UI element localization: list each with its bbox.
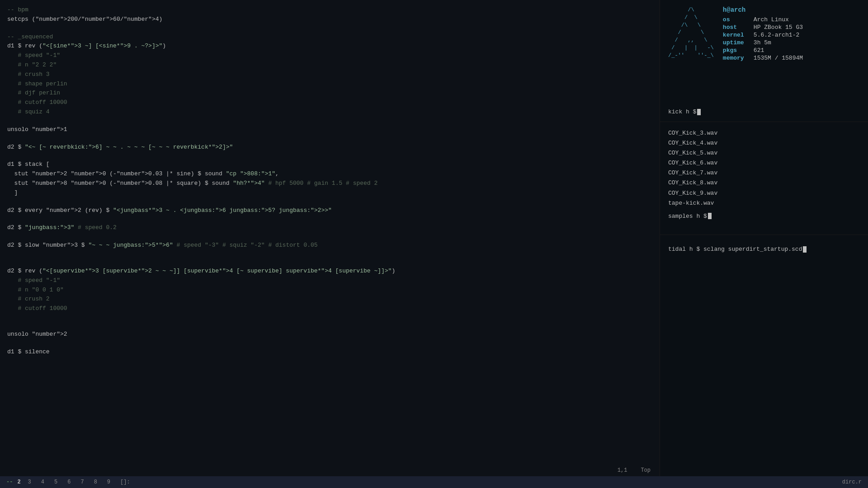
arch-logo: /\ / \ /\ \ / \ / ,, \ / | | -\ /_-'' ''… bbox=[668, 6, 714, 60]
sysinfo-key: memory bbox=[723, 55, 750, 61]
sysinfo-row: memory1535M / 15894M bbox=[723, 55, 860, 61]
sysinfo-row: osArch Linux bbox=[723, 16, 860, 23]
sysinfo-row: kernel5.6.2-arch1-2 bbox=[723, 32, 860, 38]
code-line: -- _sequenced bbox=[7, 33, 652, 42]
kick-cursor bbox=[697, 109, 701, 115]
left-panel[interactable]: -- bpmsetcps ("number">200/"number">60/"… bbox=[0, 0, 660, 476]
file-name: dirc.r bbox=[842, 479, 862, 485]
username: h@arch bbox=[723, 6, 860, 14]
tab-number-3[interactable]: 3 bbox=[25, 479, 34, 485]
code-line: d2 $ every "number">2 (rev) $ "<jungbass… bbox=[7, 206, 652, 216]
tab-number-7[interactable]: 7 bbox=[78, 479, 86, 485]
code-line bbox=[7, 215, 652, 223]
code-line bbox=[7, 258, 652, 267]
kick-prompt-text: kick h $ bbox=[668, 108, 696, 115]
code-content: -- bpmsetcps ("number">200/"number">60/"… bbox=[7, 5, 652, 357]
sysinfo-val: 5.6.2-arch1-2 bbox=[754, 32, 799, 38]
status-left: -- 2 3 4 5 6 7 8 9 []: bbox=[6, 479, 133, 485]
sysinfo-row: uptime3h 5m bbox=[723, 39, 860, 46]
samples-prompt-text: samples h $ bbox=[668, 213, 707, 220]
sysinfo-val: 3h 5m bbox=[754, 39, 771, 46]
tab-number-2[interactable]: 2 bbox=[17, 479, 20, 485]
code-line bbox=[7, 135, 652, 143]
file-list-item: COY_Kick_8.wav bbox=[668, 178, 860, 188]
file-list-item: COY_Kick_9.wav bbox=[668, 188, 860, 198]
cursor-position: 1,1 bbox=[618, 467, 627, 474]
sysinfo-val: 1535M / 15894M bbox=[754, 55, 803, 61]
code-line bbox=[7, 152, 652, 160]
status-right: dirc.r bbox=[842, 479, 862, 485]
code-line bbox=[7, 314, 652, 322]
code-line: # n "0 0 1 0" bbox=[7, 286, 652, 295]
code-line: d2 $ slow "number">3 $ "~ ~ ~ jungbass:"… bbox=[7, 241, 652, 250]
sysinfo-key: pkgs bbox=[723, 47, 750, 54]
code-line bbox=[7, 198, 652, 206]
code-line: d1 $ rev ("<[sine*">3 ~] [<sine*">9 . ~?… bbox=[7, 42, 652, 51]
code-line bbox=[7, 117, 652, 125]
code-line: # cutoff 10000 bbox=[7, 304, 652, 314]
tidal-cursor bbox=[803, 246, 807, 253]
code-line: d1 $ stack [ bbox=[7, 160, 652, 169]
code-line: stut "number">2 "number">0 (-"number">0.… bbox=[7, 169, 652, 179]
sysinfo-row: hostHP ZBook 15 G3 bbox=[723, 24, 860, 31]
file-list-item: samples h $ bbox=[668, 208, 860, 220]
tidal-panel: tidal h $ sclang superdirt_startup.scd bbox=[660, 235, 868, 476]
code-line: # djf perlin bbox=[7, 89, 652, 98]
sysinfo-val: HP ZBook 15 G3 bbox=[754, 24, 803, 31]
tab-number-4[interactable]: 4 bbox=[38, 479, 47, 485]
file-list-item: COY_Kick_5.wav bbox=[668, 148, 860, 158]
code-line bbox=[7, 24, 652, 33]
file-list-item: COY_Kick_4.wav bbox=[668, 138, 860, 148]
code-line bbox=[7, 322, 652, 330]
file-list-item: COY_Kick_7.wav bbox=[668, 168, 860, 178]
code-line: unsolo "number">2 bbox=[7, 330, 652, 339]
code-line: # n "2 2 2" bbox=[7, 61, 652, 70]
code-line: -- bpm bbox=[7, 5, 652, 15]
tidal-prompt: tidal h $ sclang superdirt_startup.scd bbox=[668, 241, 860, 253]
code-line: d2 $ "jungbass:">3" # speed 0.2 bbox=[7, 223, 652, 233]
file-list-item: COY_Kick_6.wav bbox=[668, 158, 860, 168]
sysinfo-val: 621 bbox=[754, 47, 764, 54]
sysinfo-key: host bbox=[723, 24, 750, 31]
samples-cursor bbox=[708, 213, 712, 219]
right-panel: /\ / \ /\ \ / \ / ,, \ / | | -\ /_-'' ''… bbox=[660, 0, 868, 476]
code-line bbox=[7, 233, 652, 241]
code-line: # cutoff 10000 bbox=[7, 98, 652, 108]
main-area: -- bpmsetcps ("number">200/"number">60/"… bbox=[0, 0, 868, 476]
tab-number-9[interactable]: 9 bbox=[104, 479, 113, 485]
file-list: COY_Kick_3.wavCOY_Kick_4.wavCOY_Kick_5.w… bbox=[668, 128, 860, 220]
tidal-prompt-text: tidal h $ sclang superdirt_startup.scd bbox=[668, 246, 802, 253]
tab-number-5[interactable]: 5 bbox=[52, 479, 60, 485]
code-line: d2 $ rev ("<[supervibe*">3 [supervibe*">… bbox=[7, 267, 652, 276]
tab-number-8[interactable]: 8 bbox=[91, 479, 100, 485]
scroll-position: Top bbox=[641, 467, 651, 474]
code-line: # shape perlin bbox=[7, 80, 652, 89]
tab-bracket[interactable]: []: bbox=[118, 479, 133, 485]
code-line: ] bbox=[7, 188, 652, 198]
sysinfo-key: uptime bbox=[723, 39, 750, 46]
code-line: # crush 2 bbox=[7, 295, 652, 304]
tab-number-6[interactable]: 6 bbox=[65, 479, 73, 485]
sysinfo: h@arch osArch LinuxhostHP ZBook 15 G3ker… bbox=[723, 6, 860, 62]
code-line: # squiz 4 bbox=[7, 108, 652, 117]
sysinfo-key: os bbox=[723, 16, 750, 23]
code-line: setcps ("number">200/"number">60/"number… bbox=[7, 15, 652, 24]
sysinfo-key: kernel bbox=[723, 32, 750, 38]
sysinfo-row: pkgs621 bbox=[723, 47, 860, 54]
file-list-item: tape-kick.wav bbox=[668, 198, 860, 208]
sysinfo-val: Arch Linux bbox=[754, 16, 789, 23]
kick-prompt: kick h $ bbox=[668, 104, 860, 115]
code-line: # crush 3 bbox=[7, 70, 652, 80]
file-list-item: COY_Kick_3.wav bbox=[668, 128, 860, 138]
vim-indicator: -- bbox=[6, 479, 13, 485]
code-line: d1 $ silence bbox=[7, 347, 652, 357]
file-list-panel: COY_Kick_3.wavCOY_Kick_4.wavCOY_Kick_5.w… bbox=[660, 122, 868, 235]
status-bar: -- 2 3 4 5 6 7 8 9 []: dirc.r bbox=[0, 476, 868, 488]
code-line bbox=[7, 250, 652, 258]
neofetch-panel: /\ / \ /\ \ / \ / ,, \ / | | -\ /_-'' ''… bbox=[660, 0, 868, 122]
sysinfo-rows: osArch LinuxhostHP ZBook 15 G3kernel5.6.… bbox=[723, 16, 860, 61]
code-line: stut "number">8 "number">0 (-"number">0.… bbox=[7, 179, 652, 188]
code-line: d2 $ "<~ [~ reverbkick:">6] ~ ~ . ~ ~ ~ … bbox=[7, 143, 652, 152]
code-line: unsolo "number">1 bbox=[7, 125, 652, 135]
code-line: # speed "-1" bbox=[7, 51, 652, 61]
